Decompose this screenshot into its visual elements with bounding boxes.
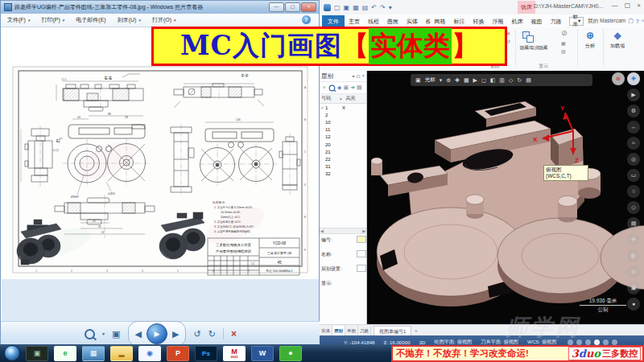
start-button[interactable] [4, 345, 20, 361]
tab-levels-manager[interactable]: 层别 [332, 326, 345, 336]
previous-icon[interactable]: ◀ [135, 330, 142, 339]
select-icon[interactable]: ▦ [464, 77, 469, 83]
quickmask-2[interactable]: ⚙ [627, 105, 640, 117]
minimize-button[interactable]: — [269, 2, 284, 12]
taskbar-globe-app[interactable]: ◉ [138, 346, 161, 361]
field-name-input[interactable] [357, 250, 366, 257]
search-icon[interactable] [329, 84, 336, 91]
close-button[interactable]: × [637, 2, 641, 9]
level-row[interactable]: 21 [320, 148, 366, 155]
scroll-left-icon[interactable]: ◀ [320, 228, 324, 233]
help-icon[interactable]: ? [636, 19, 639, 24]
tab-file[interactable]: 文件 [322, 15, 345, 27]
tab-planes-manager[interactable]: 平面 [345, 326, 358, 336]
print-icon[interactable]: ▦ [353, 4, 359, 11]
levels-column-header[interactable]: 号码 ▲ 高亮 [320, 94, 366, 104]
panel-pin-icon[interactable]: ⊡ [356, 73, 360, 79]
panel-close-icon[interactable]: × [361, 73, 365, 79]
rotate-ccw-icon[interactable]: ↺ [193, 330, 200, 339]
undo-icon[interactable]: ↶ [371, 4, 377, 11]
status-dot-4[interactable] [594, 339, 600, 345]
fit-size-icon[interactable]: ▣ [112, 330, 120, 339]
tab-toolpaths[interactable]: 刀路 [546, 15, 565, 27]
quickmask-4[interactable]: ≈ [627, 137, 640, 150]
taskbar-photoshop[interactable]: Ps [195, 346, 217, 361]
chevron-down-icon[interactable]: ▾ [440, 77, 443, 83]
taskbar-mastercam[interactable]: M2022 [223, 346, 246, 361]
addins-button[interactable]: ◆ 加载项 [606, 29, 629, 50]
taskbar-explorer[interactable]: ▂ [110, 346, 133, 361]
quickmask-13[interactable]: ▣ [627, 282, 640, 294]
horizontal-scrollbar[interactable]: ◀ ▶ [320, 228, 366, 234]
tab-art[interactable]: 浮雕 [488, 15, 507, 27]
zoom-dropdown-icon[interactable]: ▾ [102, 330, 105, 339]
quickmask-add-icon[interactable]: ✚ [627, 72, 640, 85]
tab-surface[interactable]: 曲面 [383, 15, 402, 27]
level-row[interactable]: 31 [320, 163, 366, 171]
save-icon[interactable]: ▣ [344, 4, 350, 11]
qat-dropdown-icon[interactable]: ▾ [389, 4, 392, 11]
tab-wireframe[interactable]: 线框 [364, 15, 383, 27]
menu-burn[interactable]: 刻录(U)▾ [118, 16, 141, 24]
layers-blue-icon[interactable]: ◈ [337, 84, 341, 91]
level-row[interactable]: 10 [320, 118, 366, 125]
add-level-icon[interactable]: ＋ [321, 84, 327, 92]
flag-icon[interactable]: ▤ [362, 4, 369, 11]
panel-dropdown-icon[interactable]: ▾ [352, 73, 354, 79]
layers-grey-icon[interactable]: ▣ [343, 84, 349, 91]
quickmask-1[interactable]: ▶ [627, 88, 640, 101]
arrow-icon[interactable]: ▶ [473, 77, 477, 83]
menu-print[interactable]: 打印(P)▾ [41, 16, 64, 24]
level-row[interactable]: 11 [320, 126, 366, 134]
status-dot-5[interactable] [603, 339, 609, 345]
redo-icon[interactable]: ↷ [380, 4, 386, 11]
mode-3d[interactable]: 3D [419, 339, 426, 345]
feedback-icon[interactable]: ▢ [628, 18, 634, 24]
autocursor-icon[interactable]: ▣ [415, 77, 421, 83]
status-dot-6[interactable] [612, 339, 617, 345]
quickmask-5[interactable]: ◎ [627, 153, 640, 166]
tab-model-prep[interactable]: 模型准备 [422, 15, 430, 27]
tab-drafting[interactable]: 标注 [449, 15, 469, 27]
tab-home[interactable]: 主页 [345, 15, 364, 27]
minimize-button[interactable]: — [612, 2, 618, 9]
status-dot-3[interactable] [585, 339, 591, 345]
graphics-viewport[interactable]: X Y Z ▣ 光标 ▾ ⊕ ✚ ▦ ▶ ◻ ◧ ▥ ◇ ↻ ▤ ⊘ [367, 71, 644, 324]
shading-icon[interactable]: ▤ [526, 77, 531, 83]
taskbar-photo-viewer[interactable]: ▦ [82, 346, 105, 361]
tab-transform[interactable]: 转换 [469, 15, 488, 27]
slideshow-button[interactable]: ▶ [147, 323, 167, 344]
mastercam-titlebar[interactable]: ▢ ▣ ▦ ▤ ↶ ↷ ▾ 铣床 D:\YJH-MasterCAM\YJH0..… [320, 0, 644, 14]
quickmask-8[interactable]: ◇ [627, 201, 640, 214]
my-mastercam-link[interactable]: 我的 Mastercam [588, 18, 625, 25]
viewsheet-tab[interactable]: 视图单编号1 [374, 326, 411, 336]
level-row[interactable]: 32 [320, 171, 366, 178]
machine-context-tab[interactable]: 铣床 [518, 1, 535, 14]
scroll-right-icon[interactable]: ▶ [362, 228, 365, 233]
field-number-input[interactable] [357, 236, 366, 243]
quickmask-7[interactable]: ○ [627, 185, 640, 198]
snap-icon[interactable]: ⊕ [446, 77, 451, 83]
maximize-button[interactable]: ▢ [625, 2, 631, 9]
taskbar-powerpoint[interactable]: P [167, 346, 189, 361]
viewport-quick-toolbar[interactable]: ▣ 光标 ▾ ⊕ ✚ ▦ ▶ ◻ ◧ ▥ ◇ ↻ ▤ [411, 74, 592, 86]
tab-solids-manager[interactable]: 实体 [320, 326, 332, 336]
vector-select-icon[interactable]: ▥ [499, 77, 505, 83]
taskbar-word[interactable]: W [251, 346, 274, 361]
quickmask-disable-icon[interactable]: ⊘ [612, 72, 625, 85]
polygon-select-icon[interactable]: ◧ [490, 77, 496, 83]
close-button[interactable]: × [301, 2, 316, 12]
quickmask-10[interactable]: ✚ [627, 233, 640, 246]
window-select-icon[interactable]: ◻ [481, 77, 486, 83]
quickmask-3[interactable]: ↔ [627, 121, 640, 134]
style-combobox[interactable]: 标准 ▾ [569, 17, 584, 26]
zoom-icon[interactable] [85, 329, 95, 339]
tab-toolpaths-manager[interactable]: 刀路 [358, 326, 371, 336]
menu-email[interactable]: 电子邮件(E) [76, 16, 105, 24]
quickmask-9[interactable]: ▤ [627, 217, 640, 230]
level-row[interactable]: 22 [320, 155, 366, 162]
level-row[interactable]: 12 [320, 134, 366, 141]
new-file-icon[interactable]: ▢ [334, 4, 341, 11]
add-viewsheet-icon[interactable]: + [411, 328, 420, 333]
tab-solids[interactable]: 实体 [402, 15, 422, 27]
